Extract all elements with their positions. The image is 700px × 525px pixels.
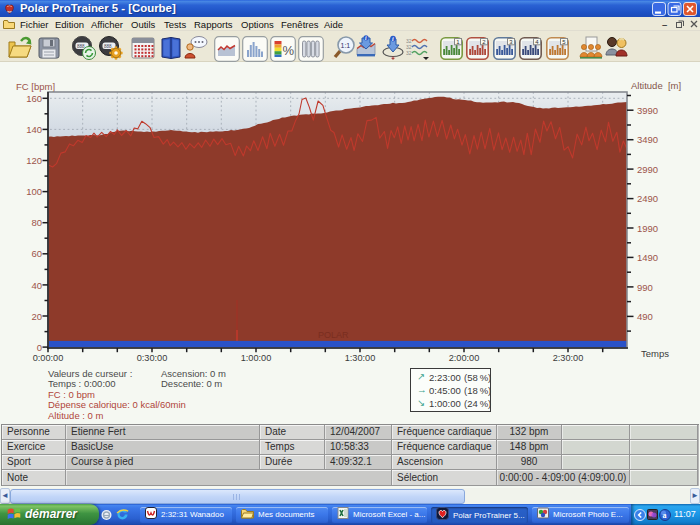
svg-text:60: 60 — [31, 248, 42, 259]
svg-text:140: 140 — [26, 124, 42, 135]
svg-text:160: 160 — [26, 93, 42, 104]
svg-text:100: 100 — [26, 186, 42, 197]
svg-text:32: 32 — [406, 50, 412, 56]
svg-text:490: 490 — [637, 311, 653, 322]
svg-text:%: % — [283, 43, 295, 58]
svg-text:POLAR: POLAR — [318, 330, 349, 340]
svg-text:80: 80 — [31, 217, 42, 228]
svg-text:2990: 2990 — [637, 164, 658, 175]
svg-text:0: 0 — [37, 342, 42, 353]
svg-text:a: a — [663, 511, 667, 520]
svg-text:20: 20 — [31, 311, 42, 322]
svg-text:120: 120 — [26, 155, 42, 166]
svg-text:990: 990 — [637, 282, 653, 293]
svg-text:1990: 1990 — [637, 223, 658, 234]
svg-text:1490: 1490 — [637, 252, 658, 263]
svg-text:888: 888 — [77, 44, 85, 49]
svg-text:3490: 3490 — [637, 134, 658, 145]
svg-text:1:1: 1:1 — [341, 42, 351, 49]
svg-text:2490: 2490 — [637, 193, 658, 204]
svg-text:888: 888 — [104, 44, 112, 49]
svg-text:40: 40 — [31, 280, 42, 291]
svg-text:3990: 3990 — [637, 105, 658, 116]
